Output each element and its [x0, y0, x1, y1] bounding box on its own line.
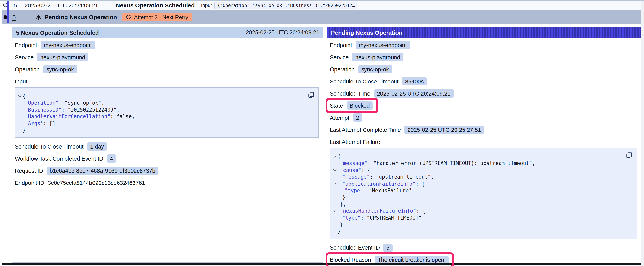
- field-scheduled-time: Scheduled Time2025-02-25 UTC 20:24:09.21: [330, 89, 454, 98]
- json-line-gutter: [17, 107, 22, 113]
- pending-operation-row[interactable]: 5 Pending Nexus Operation Attempt 2 · Ne…: [2, 10, 641, 24]
- json-line-content: },: [338, 201, 346, 208]
- field-label: Workflow Task Completed Event ID: [15, 156, 103, 162]
- field-value-badge: Blocked: [346, 101, 373, 110]
- field-label: Operation: [330, 66, 354, 72]
- field-service: Servicenexus-playground: [330, 53, 403, 61]
- left-fields-bottom: Schedule To Close Timeout1 dayWorkflow T…: [15, 143, 319, 187]
- field-endpoint: Endpointmy-nexus-endpoint: [15, 41, 95, 49]
- field-label: Schedule To Close Timeout: [330, 78, 398, 84]
- event-detail-header: 5 Nexus Operation Scheduled 2025-02-25 U…: [12, 27, 323, 38]
- field-value-badge: my-nexus-endpoint: [41, 41, 95, 49]
- input-preview-chip: {"Operation":"sync-op-ok","BusinessID":"…: [214, 1, 358, 9]
- top-border: [0, 0, 644, 1]
- timeline-current-marker-icon[interactable]: [3, 15, 7, 19]
- event-title: Nexus Operation Scheduled: [116, 2, 195, 9]
- field-endpoint-id: Endpoint ID3c0c75ccfa8144b092c13ce632463…: [15, 179, 145, 187]
- json-line-content: }: [22, 127, 26, 134]
- workflow-history-view: 5 2025-02-25 UTC 20:24:09.21 Nexus Opera…: [0, 0, 644, 266]
- field-value-badge: 4: [106, 155, 116, 163]
- field-value-badge: 1 day: [87, 143, 107, 151]
- field-attempt: Attempt2: [330, 114, 362, 122]
- collapse-chevron-icon[interactable]: [332, 167, 338, 174]
- field-value-badge: 2: [353, 114, 362, 122]
- json-line: "Args": []: [17, 120, 314, 127]
- field-operation: Operationsync-op-ok: [330, 65, 392, 73]
- json-line-content: }: [338, 221, 343, 228]
- json-line-content: }: [338, 228, 341, 235]
- selected-event-accent-bar: [7, 1, 8, 24]
- json-line-gutter: [17, 120, 22, 127]
- json-line: "cause": {: [332, 167, 632, 174]
- json-line-gutter: [332, 214, 338, 221]
- field-label: Schedule To Close Timeout: [15, 144, 84, 150]
- field-value-badge: 2025-02-25 UTC 20:24:09.21: [374, 89, 454, 98]
- field-operation: Operationsync-op-ok: [15, 65, 77, 73]
- field-label: Scheduled Event ID: [330, 245, 380, 251]
- attempt-retry-badge: Attempt 2 · Next Retry: [122, 13, 192, 21]
- right-fields-top: Endpointmy-nexus-endpointServicenexus-pl…: [330, 41, 637, 134]
- timeline-dashed-connector: [4, 7, 6, 57]
- json-line-content: "Operation": "sync-op-ok",: [22, 100, 104, 107]
- timeline-event-marker-icon[interactable]: [3, 3, 7, 7]
- json-line: "nexusHandlerFailureInfo": {: [332, 208, 632, 214]
- field-value-badge: 2025-02-25 UTC 20:25:27.51: [404, 126, 484, 134]
- collapse-chevron-icon[interactable]: [332, 153, 338, 160]
- collapse-chevron-icon[interactable]: [332, 180, 338, 187]
- field-label: Last Attempt Complete Time: [330, 127, 401, 133]
- json-line-gutter: [332, 160, 338, 167]
- field-state: StateBlocked: [330, 101, 373, 110]
- field-label: State: [330, 102, 343, 109]
- collapse-chevron-icon[interactable]: [332, 208, 338, 214]
- event-id-link[interactable]: 5: [12, 14, 16, 20]
- json-line-content: "type": "NexusFailure": [338, 187, 412, 194]
- json-line-gutter: [332, 228, 338, 235]
- json-line-content: "message": "upstream timeout",: [338, 174, 434, 180]
- json-line-content: "cause": {: [338, 167, 370, 174]
- input-json-block: {"Operation": "sync-op-ok","BusinessID":…: [15, 87, 319, 138]
- json-line: "BusinessID": "20250225122409",: [17, 107, 314, 113]
- pending-panel-title: Pending Nexus Operation: [331, 29, 402, 36]
- event-detail-panel: 5 Nexus Operation Scheduled 2025-02-25 U…: [12, 27, 323, 263]
- json-line: "message": "upstream timeout",: [332, 174, 632, 180]
- field-value-link[interactable]: 3c0c75ccfa8144b092c13ce632463761: [48, 180, 145, 186]
- right-fields-bottom: Scheduled Event ID5Blocked ReasonThe cir…: [330, 244, 637, 264]
- event-id-link[interactable]: 5: [14, 2, 17, 9]
- json-line-content: "Args": []: [22, 120, 56, 127]
- scrollbar-track[interactable]: [641, 0, 644, 266]
- field-value-badge: nexus-playground: [352, 53, 404, 61]
- pending-asterisk-icon: [36, 14, 42, 20]
- collapse-chevron-icon[interactable]: [17, 93, 22, 100]
- field-value-badge: 5: [383, 244, 392, 252]
- field-service: Servicenexus-playground: [15, 53, 88, 61]
- attempt-badge-label: Attempt 2 · Next Retry: [134, 14, 188, 20]
- field-value-badge: 86400s: [402, 77, 427, 85]
- json-line: }: [332, 228, 632, 235]
- json-line-gutter: [332, 194, 338, 201]
- failure-json-block: {"message": "handler error (UPSTREAM_TIM…: [330, 148, 637, 239]
- json-line-gutter: [17, 100, 22, 107]
- json-line: }: [17, 127, 314, 134]
- pending-row-title: Pending Nexus Operation: [45, 14, 117, 20]
- input-json-lines: {"Operation": "sync-op-ok","BusinessID":…: [17, 93, 314, 134]
- field-label: Endpoint: [330, 42, 352, 48]
- event-timestamp: 2025-02-25 UTC 20:24:09.21: [25, 2, 98, 9]
- json-line-content: {: [22, 93, 26, 100]
- copy-icon[interactable]: [626, 152, 633, 159]
- field-value-badge: sync-op-ok: [43, 65, 77, 73]
- json-line-gutter: [332, 221, 338, 228]
- event-detail-timestamp: 2025-02-25 UTC 20:24:09.21: [246, 29, 319, 36]
- field-value-badge: my-nexus-endpoint: [356, 41, 410, 49]
- json-line-content: {: [338, 153, 341, 160]
- json-line: {: [332, 153, 632, 160]
- json-line-gutter: [17, 127, 22, 134]
- field-request-id: Request IDb1c6a4bc-8ee7-468a-9169-df3b02…: [15, 167, 158, 175]
- field-scheduled-event-id: Scheduled Event ID5: [330, 244, 393, 252]
- field-label: Endpoint: [15, 42, 37, 48]
- failure-json-lines: {"message": "handler error (UPSTREAM_TIM…: [332, 153, 632, 235]
- event-row-nexus-operation-scheduled[interactable]: 5 2025-02-25 UTC 20:24:09.21 Nexus Opera…: [2, 1, 641, 10]
- json-line-gutter: [17, 113, 22, 120]
- failure-section-label: Last Attempt Failure: [330, 139, 637, 145]
- field-value-badge: b1c6a4bc-8ee7-468a-9169-df3b02c8737b: [46, 167, 158, 175]
- copy-icon[interactable]: [308, 91, 314, 98]
